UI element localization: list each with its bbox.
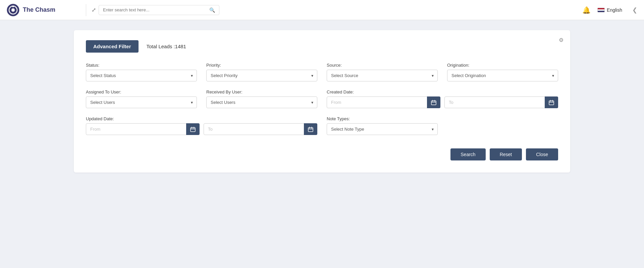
flag-icon	[597, 8, 605, 12]
total-leads-label: Total Leads :1481	[147, 44, 186, 49]
created-date-to-calendar-button[interactable]	[545, 96, 558, 108]
filter-row-3: Updated Date:	[86, 116, 558, 135]
created-date-to-wrapper	[444, 96, 558, 108]
created-date-from-wrapper	[327, 96, 440, 108]
received-user-select[interactable]: Select Users	[206, 96, 317, 108]
filter-card: ⚙ Advanced Filter Total Leads :1481 Stat…	[74, 30, 570, 173]
calendar-icon	[190, 127, 196, 132]
svg-point-3	[12, 5, 14, 7]
note-types-select-wrapper: Select Note Type ▾	[327, 123, 438, 135]
created-date-field-group: Created Date:	[327, 89, 558, 108]
expand-button[interactable]: ⤢	[92, 7, 96, 13]
svg-rect-12	[191, 128, 195, 132]
origination-field-group: Origination: Select Origination ▾	[447, 63, 558, 81]
svg-rect-4	[431, 101, 436, 105]
origination-label: Origination:	[447, 63, 558, 68]
priority-select[interactable]: Select Priority	[206, 70, 317, 81]
brand-logo-icon	[7, 4, 19, 16]
note-types-field-group: Note Types: Select Note Type ▾	[327, 116, 438, 135]
updated-date-label: Updated Date:	[86, 116, 317, 121]
action-buttons-area: Search Reset Close	[86, 148, 558, 160]
source-select-wrapper: Select Source ▾	[327, 70, 438, 81]
notification-bell-icon[interactable]: 🔔	[582, 6, 591, 14]
close-button[interactable]: Close	[526, 148, 558, 160]
priority-field-group: Priority: Select Priority ▾	[206, 63, 317, 81]
updated-date-to-calendar-button[interactable]	[304, 123, 317, 135]
top-navigation: The Chasm ⤢ 🔍 🔔 English ❮	[0, 0, 644, 20]
brand-name: The Chasm	[23, 6, 55, 13]
priority-select-wrapper: Select Priority ▾	[206, 70, 317, 81]
note-types-select[interactable]: Select Note Type	[327, 123, 438, 135]
filter-row-1: Status: Select Status ▾ Priority: Select…	[86, 63, 558, 81]
status-label: Status:	[86, 63, 197, 68]
nav-collapse-icon[interactable]: ❮	[632, 6, 637, 14]
source-select[interactable]: Select Source	[327, 70, 438, 81]
updated-date-from-input[interactable]	[86, 123, 200, 135]
updated-date-from-calendar-button[interactable]	[186, 123, 200, 135]
nav-divider	[86, 4, 86, 16]
search-icon: 🔍	[209, 7, 215, 13]
assigned-user-select-wrapper: Select Users ▾	[86, 96, 197, 108]
created-date-from-calendar-button[interactable]	[427, 96, 440, 108]
global-search-input[interactable]	[103, 7, 207, 12]
note-types-label: Note Types:	[327, 116, 438, 121]
calendar-icon	[308, 127, 313, 132]
created-date-label: Created Date:	[327, 89, 558, 94]
status-select[interactable]: Select Status	[86, 70, 197, 81]
status-select-wrapper: Select Status ▾	[86, 70, 197, 81]
reset-button[interactable]: Reset	[490, 148, 522, 160]
brand-logo-area: The Chasm	[7, 4, 80, 16]
calendar-icon	[549, 100, 554, 105]
status-field-group: Status: Select Status ▾	[86, 63, 197, 81]
advanced-filter-button[interactable]: Advanced Filter	[86, 40, 139, 53]
svg-rect-8	[549, 101, 554, 105]
filter-header: Advanced Filter Total Leads :1481	[86, 40, 558, 53]
nav-right-area: 🔔 English ❮	[582, 6, 637, 14]
global-search-bar[interactable]: 🔍	[99, 5, 219, 15]
updated-date-field-group: Updated Date:	[86, 116, 317, 135]
created-date-range-row	[327, 96, 558, 108]
source-field-group: Source: Select Source ▾	[327, 63, 438, 81]
updated-date-to-wrapper	[204, 123, 317, 135]
updated-date-to-input[interactable]	[204, 123, 317, 135]
svg-rect-16	[308, 128, 313, 132]
created-date-from-input[interactable]	[327, 96, 440, 108]
received-user-select-wrapper: Select Users ▾	[206, 96, 317, 108]
svg-point-2	[11, 8, 15, 12]
language-label: English	[607, 7, 622, 13]
updated-date-range-row	[86, 123, 317, 135]
assigned-user-label: Assigned To User:	[86, 89, 197, 94]
priority-label: Priority:	[206, 63, 317, 68]
main-area: ⚙ Advanced Filter Total Leads :1481 Stat…	[0, 20, 644, 268]
origination-select-wrapper: Select Origination ▾	[447, 70, 558, 81]
assigned-user-select[interactable]: Select Users	[86, 96, 197, 108]
origination-select[interactable]: Select Origination	[447, 70, 558, 81]
source-label: Source:	[327, 63, 438, 68]
language-selector[interactable]: English	[597, 7, 622, 13]
created-date-to-input[interactable]	[444, 96, 558, 108]
received-user-field-group: Received By User: Select Users ▾	[206, 89, 317, 108]
updated-date-from-wrapper	[86, 123, 200, 135]
calendar-icon	[431, 100, 436, 105]
received-user-label: Received By User:	[206, 89, 317, 94]
search-button[interactable]: Search	[450, 148, 485, 160]
assigned-user-field-group: Assigned To User: Select Users ▾	[86, 89, 197, 108]
card-gear-button[interactable]: ⚙	[559, 37, 564, 43]
filter-row-2: Assigned To User: Select Users ▾ Receive…	[86, 89, 558, 108]
